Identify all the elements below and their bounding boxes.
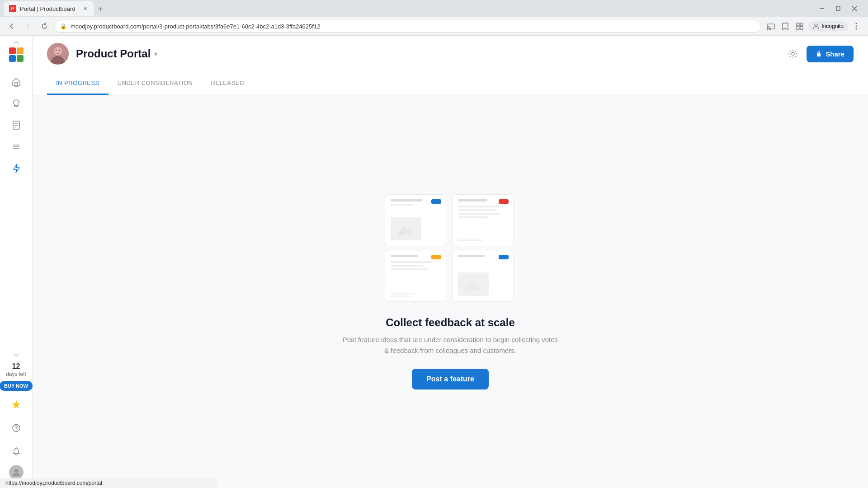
new-tab-button[interactable]: ＋ [94, 2, 107, 15]
tab-close-button[interactable]: ✕ [81, 5, 89, 12]
portal-title-chevron-icon: ▾ [154, 50, 157, 57]
extension-icon [796, 22, 804, 30]
illus-card-4 [452, 250, 514, 302]
cast-button[interactable] [764, 20, 777, 33]
svg-rect-3 [836, 7, 840, 10]
user-avatar[interactable] [9, 465, 24, 479]
browser-tab-active[interactable]: P Portal | Productboard ✕ [4, 1, 94, 16]
menu-button[interactable] [850, 20, 863, 33]
svg-rect-11 [800, 27, 803, 29]
bookmark-button[interactable] [779, 20, 792, 33]
svg-rect-19 [17, 55, 24, 62]
help-icon [11, 423, 21, 433]
share-button[interactable]: Share [807, 46, 854, 62]
days-left-label: days left [6, 371, 26, 377]
profile-button[interactable]: Incognito [808, 21, 848, 31]
illus-card-2 [452, 194, 514, 246]
illus-card-3 [385, 250, 446, 302]
tab-released[interactable]: RELEASED [202, 72, 253, 95]
bell-icon [11, 446, 21, 456]
svg-text:P: P [11, 6, 14, 11]
app-logo[interactable] [8, 47, 24, 65]
illus-badge-1 [431, 199, 441, 204]
sidebar-item-notifications[interactable] [6, 441, 26, 461]
svg-point-12 [815, 24, 817, 27]
status-bar: https://moodjoy.productboard.com/portal [0, 478, 217, 488]
scroll-up-icon [14, 41, 19, 45]
sidebar-item-sparkle[interactable] [6, 394, 26, 414]
empty-state-title: Collect feedback at scale [386, 316, 514, 329]
sidebar-item-ideas[interactable] [6, 94, 26, 113]
svg-rect-16 [9, 47, 16, 54]
sparkle-icon [11, 399, 21, 409]
portal-avatar [47, 43, 69, 65]
post-feature-button[interactable]: Post a feature [412, 369, 489, 389]
days-number: 12 [12, 362, 20, 371]
sidebar-item-list[interactable] [6, 137, 26, 157]
restore-button[interactable] [832, 2, 844, 15]
sidebar-item-insights[interactable] [6, 159, 26, 178]
browser-toolbar: 🔒 moodjoy.productboard.com/portal/3-prod… [0, 17, 868, 35]
sidebar-item-help[interactable] [6, 418, 26, 438]
tab-under-consideration[interactable]: UNDER CONSIDERATION [108, 72, 202, 95]
svg-point-36 [792, 52, 794, 55]
share-label: Share [826, 50, 844, 58]
svg-point-31 [14, 469, 18, 473]
illus-badge-3 [431, 255, 441, 259]
svg-point-30 [16, 430, 17, 431]
tab-in-progress[interactable]: IN PROGRESS [47, 72, 108, 95]
settings-button[interactable] [785, 46, 801, 62]
address-bar[interactable]: 🔒 moodjoy.productboard.com/portal/3-prod… [54, 20, 761, 33]
user-icon [11, 467, 21, 477]
portal-tabs: IN PROGRESS UNDER CONSIDERATION RELEASED [33, 72, 868, 95]
svg-rect-9 [800, 23, 803, 26]
svg-point-34 [56, 50, 57, 51]
reload-icon [41, 23, 48, 30]
svg-marker-40 [465, 281, 481, 291]
lock-icon [816, 51, 822, 57]
settings-gear-icon [788, 49, 798, 59]
list-icon [11, 142, 21, 152]
svg-point-15 [856, 28, 857, 30]
sidebar-item-home[interactable] [6, 72, 26, 92]
browser-tab-bar: P Portal | Productboard ✕ ＋ [0, 0, 868, 17]
minimize-button[interactable] [816, 2, 828, 15]
illus-card-1 [385, 194, 446, 246]
forward-button[interactable] [22, 20, 34, 33]
profile-icon [812, 23, 820, 30]
reload-button[interactable] [38, 20, 51, 33]
main-content: Product Portal ▾ Share IN PROGRESS UNDER… [33, 36, 868, 488]
mountain-icon-2 [465, 278, 481, 291]
portal-title: Product Portal [76, 47, 151, 60]
browser-right-actions: Incognito [764, 20, 863, 33]
menu-dots-icon [855, 22, 857, 30]
svg-rect-17 [17, 47, 24, 54]
tab-title: Portal | Productboard [20, 5, 75, 12]
url-text: moodjoy.productboard.com/portal/3-produc… [71, 23, 320, 30]
buy-now-button[interactable]: BUY NOW [0, 381, 33, 391]
app-layout: 12 days left BUY NOW [0, 36, 868, 488]
header-actions: Share [785, 46, 854, 62]
days-left-badge: 12 days left [6, 362, 26, 377]
illus-badge-2 [499, 199, 509, 204]
forward-icon [24, 23, 32, 30]
document-icon [11, 120, 21, 130]
productboard-logo-icon [8, 47, 24, 63]
restore-icon [835, 5, 841, 12]
svg-rect-18 [9, 55, 16, 62]
browser-chrome: P Portal | Productboard ✕ ＋ [0, 0, 868, 36]
sidebar-item-documents[interactable] [6, 115, 26, 135]
cards-illustration [385, 194, 516, 302]
portal-title-area: Product Portal ▾ [76, 47, 157, 60]
svg-point-33 [54, 47, 62, 55]
tab-favicon-icon: P [9, 5, 16, 12]
sidebar-bottom: 12 days left BUY NOW [0, 362, 33, 483]
back-icon [8, 23, 15, 30]
lock-icon: 🔒 [60, 23, 67, 29]
extension-button[interactable] [793, 20, 806, 33]
bookmark-icon [782, 22, 789, 30]
sidebar: 12 days left BUY NOW [0, 36, 33, 488]
close-button[interactable] [848, 2, 861, 15]
svg-rect-10 [797, 27, 799, 29]
back-button[interactable] [5, 20, 18, 33]
